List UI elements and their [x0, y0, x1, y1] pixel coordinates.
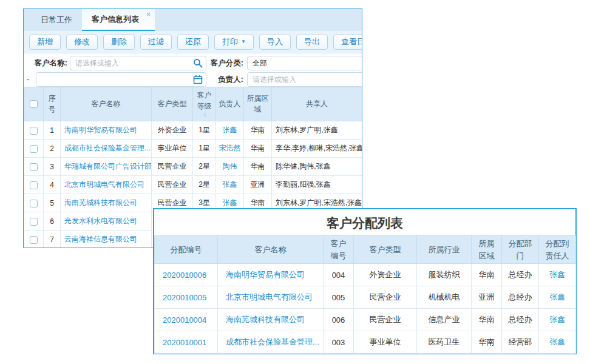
col-header-assignee: 分配到责任人 — [539, 236, 576, 264]
select-all-checkbox[interactable] — [30, 100, 38, 108]
customer-name-link[interactable]: 北京市明城电气有限公司 — [64, 180, 144, 189]
assignee-link[interactable]: 张鑫 — [549, 337, 565, 346]
tab-customer-info-list-label: 客户信息列表 — [92, 14, 139, 25]
customer-no-cell: 006 — [324, 309, 354, 331]
date-input[interactable] — [36, 72, 206, 87]
date-field — [36, 72, 206, 87]
print-button-label: 打印 — [222, 36, 238, 47]
customer-level-cell: 2星 — [193, 158, 216, 176]
row-checkbox[interactable] — [30, 127, 38, 135]
customer-name-link[interactable]: 成都市社会保险基金管理... — [226, 337, 319, 346]
customer-level-cell: 1星 — [193, 140, 216, 158]
assign-no-cell: 2020010006 — [155, 264, 218, 286]
customer-name-input[interactable] — [70, 56, 206, 70]
col-header-name: 客户名称 — [61, 87, 152, 121]
restore-button-label: 还原 — [185, 36, 201, 47]
col-header-level[interactable]: 客户等级 ↑↓ — [193, 87, 216, 121]
assign-no-link[interactable]: 2020010004 — [163, 315, 206, 325]
owner-link[interactable]: 张鑫 — [223, 126, 237, 134]
row-checkbox[interactable] — [30, 181, 38, 189]
col-header-type: 客户类型 — [152, 87, 193, 121]
customer-category-select[interactable] — [247, 56, 362, 70]
customer-name-link[interactable]: 北京市明城电气有限公司 — [226, 292, 313, 302]
row-checkbox[interactable] — [30, 145, 38, 153]
assign-row: 2020010006海南明华贸易有限公司004外资企业服装纺织华南总经办张鑫 — [155, 264, 576, 286]
customer-no-cell: 004 — [324, 264, 354, 286]
row-index-cell: 4 — [44, 176, 61, 194]
customer-name-link[interactable]: 光发水利水电有限公司 — [64, 217, 137, 225]
customer-name-cell: 北京市明城电气有限公司 — [218, 286, 324, 309]
assign-no-link[interactable]: 2020010006 — [163, 271, 206, 280]
owner-link[interactable]: 陶伟 — [223, 162, 237, 170]
col-header-cust-type: 客户类型 — [354, 236, 417, 264]
customer-level-cell: 1星 — [193, 121, 216, 140]
tab-daily-work-label: 日常工作 — [41, 15, 72, 25]
customer-assign-panel: 客户分配列表 分配编号 客户名称 客户编号 客户类型 所属行业 所属区域 分配部… — [153, 208, 577, 354]
sort-icon[interactable]: ↑↓ — [194, 112, 214, 118]
tab-customer-info-list[interactable]: 客户信息列表 × — [82, 9, 155, 31]
assignee-link[interactable]: 张鑫 — [549, 270, 565, 279]
owner-link[interactable]: 张鑫 — [223, 198, 237, 207]
filter-button[interactable]: 过滤 — [140, 35, 172, 50]
col-header-industry: 所属行业 — [417, 236, 472, 264]
assign-panel-title: 客户分配列表 — [154, 209, 575, 235]
region-cell: 华南 — [472, 309, 502, 331]
shared-cell: 李华,李婷,柳琳,宋浩然,张鑫 — [272, 140, 362, 158]
customer-name-label: 客户名称: — [32, 56, 67, 70]
assign-row: 2020010001成都市社会保险基金管理...003事业单位医药卫生华南经营部… — [155, 331, 576, 354]
delete-button-label: 删除 — [111, 36, 127, 47]
owner-input[interactable] — [247, 72, 362, 87]
owner-label: 负责人: — [205, 72, 243, 87]
customer-name-cell: 海南明华贸易有限公司 — [218, 264, 324, 286]
customer-name-link[interactable]: 云南海祥信息有限公司 — [64, 235, 137, 243]
dept-cell: 总经办 — [502, 309, 539, 331]
owner-link[interactable]: 张鑫 — [223, 180, 237, 189]
row-select-cell — [24, 121, 44, 140]
view-log-button[interactable]: 查看日志 — [333, 35, 362, 50]
customer-level-cell: 2星 — [193, 176, 216, 194]
customer-name-link[interactable]: 海南明华贸易有限公司 — [64, 126, 137, 134]
customer-name-link[interactable]: 成都市社会保险基金管理... — [64, 144, 151, 152]
assign-no-link[interactable]: 2020010001 — [163, 338, 206, 347]
customer-name-link[interactable]: 华瑞城有限公司广告设计部 — [64, 162, 152, 170]
row-checkbox[interactable] — [30, 218, 38, 226]
new-button[interactable]: 新增 — [29, 35, 61, 50]
select-all-cell — [24, 87, 44, 121]
close-tab-icon[interactable]: × — [146, 11, 151, 18]
col-header-region: 所属区域 — [472, 236, 502, 264]
assign-no-link[interactable]: 2020010005 — [163, 293, 206, 302]
customer-category-label: 客户分类: — [205, 56, 243, 70]
row-checkbox[interactable] — [30, 236, 38, 244]
dept-cell: 经营部 — [502, 331, 539, 354]
row-index-cell: 7 — [44, 231, 61, 249]
row-index-cell: 5 — [44, 194, 61, 212]
customer-name-link[interactable]: 海南明华贸易有限公司 — [226, 270, 305, 279]
owner-cell: 张鑫 — [216, 176, 244, 194]
assignee-link[interactable]: 张鑫 — [549, 292, 565, 302]
calendar-icon[interactable] — [193, 75, 203, 84]
row-checkbox[interactable] — [30, 200, 38, 207]
export-button[interactable]: 导出 — [296, 35, 328, 50]
toolbar: 新增修改删除过滤还原打印▼导入导出查看日志 — [24, 31, 362, 53]
assignee-link[interactable]: 张鑫 — [549, 315, 565, 324]
delete-button[interactable]: 删除 — [103, 35, 135, 50]
search-icon[interactable] — [193, 58, 203, 68]
tab-daily-work[interactable]: 日常工作 — [31, 9, 82, 31]
customer-row: 2成都市社会保险基金管理...事业单位1星宋浩然华南李华,李婷,柳琳,宋浩然,张… — [24, 140, 362, 158]
row-checkbox[interactable] — [30, 163, 38, 171]
col-header-owner: 负责人 — [216, 87, 244, 121]
customer-name-link[interactable]: 海南芜城科技有限公司 — [64, 198, 137, 207]
edit-button-label: 修改 — [74, 36, 90, 47]
edit-button[interactable]: 修改 — [66, 35, 98, 50]
print-button[interactable]: 打印▼ — [214, 35, 254, 50]
customer-name-link[interactable]: 海南芜城科技有限公司 — [226, 315, 305, 324]
assignee-cell: 张鑫 — [539, 331, 576, 354]
view-log-button-label: 查看日志 — [341, 36, 362, 47]
tab-bar: 日常工作 客户信息列表 × — [24, 9, 362, 31]
restore-button[interactable]: 还原 — [177, 35, 209, 50]
col-header-level-label: 客户等级 — [194, 90, 214, 112]
customer-type-cell: 民营企业 — [152, 158, 193, 176]
import-button[interactable]: 导入 — [259, 35, 291, 50]
owner-link[interactable]: 宋浩然 — [219, 144, 241, 152]
industry-cell: 机械机电 — [417, 286, 472, 309]
